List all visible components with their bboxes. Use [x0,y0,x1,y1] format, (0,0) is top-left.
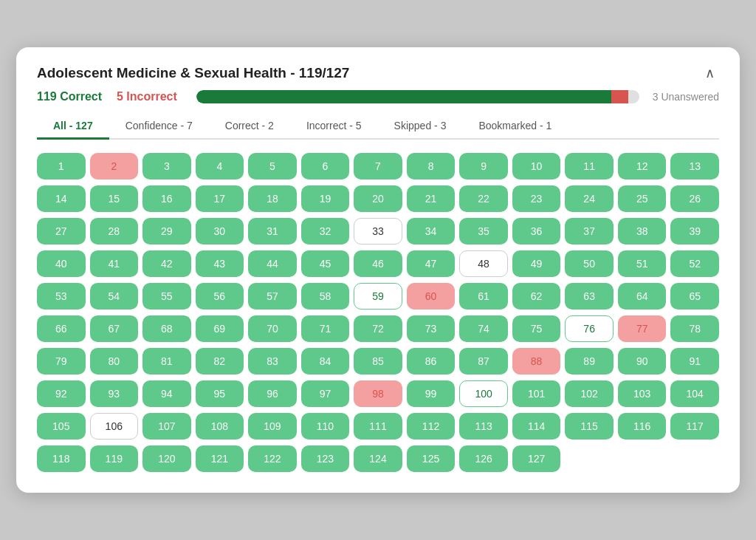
question-101[interactable]: 101 [512,380,561,407]
question-93[interactable]: 93 [90,380,139,407]
question-79[interactable]: 79 [37,348,86,375]
question-115[interactable]: 115 [565,413,614,440]
question-104[interactable]: 104 [670,380,719,407]
question-102[interactable]: 102 [565,380,614,407]
question-7[interactable]: 7 [354,153,402,180]
question-113[interactable]: 113 [459,413,508,440]
question-13[interactable]: 13 [670,153,719,180]
question-23[interactable]: 23 [512,185,561,212]
question-1[interactable]: 1 [37,153,86,180]
question-58[interactable]: 58 [301,283,350,310]
question-74[interactable]: 74 [459,315,508,342]
question-94[interactable]: 94 [142,380,191,407]
question-36[interactable]: 36 [512,218,561,245]
question-22[interactable]: 22 [459,185,508,212]
question-45[interactable]: 45 [301,250,350,277]
question-121[interactable]: 121 [196,445,244,472]
question-41[interactable]: 41 [90,250,139,277]
tab-confidence---7[interactable]: Confidence - 7 [109,114,209,140]
tab-bookmarked---1[interactable]: Bookmarked - 1 [462,114,568,140]
question-67[interactable]: 67 [90,315,139,342]
question-63[interactable]: 63 [565,283,614,310]
question-107[interactable]: 107 [142,413,191,440]
question-65[interactable]: 65 [670,283,719,310]
question-2[interactable]: 2 [90,153,139,180]
question-55[interactable]: 55 [142,283,191,310]
question-117[interactable]: 117 [670,413,719,440]
question-26[interactable]: 26 [670,185,719,212]
question-19[interactable]: 19 [301,185,350,212]
question-14[interactable]: 14 [37,185,86,212]
question-10[interactable]: 10 [512,153,561,180]
question-84[interactable]: 84 [301,348,350,375]
question-24[interactable]: 24 [565,185,614,212]
question-90[interactable]: 90 [618,348,667,375]
question-114[interactable]: 114 [512,413,561,440]
question-99[interactable]: 99 [407,380,456,407]
question-119[interactable]: 119 [90,445,139,472]
question-12[interactable]: 12 [618,153,667,180]
question-59[interactable]: 59 [354,283,402,310]
question-70[interactable]: 70 [248,315,297,342]
question-92[interactable]: 92 [37,380,86,407]
question-116[interactable]: 116 [618,413,667,440]
question-50[interactable]: 50 [565,250,614,277]
question-83[interactable]: 83 [248,348,297,375]
question-8[interactable]: 8 [407,153,456,180]
question-110[interactable]: 110 [301,413,350,440]
question-81[interactable]: 81 [142,348,191,375]
question-98[interactable]: 98 [354,380,402,407]
tab-skipped---3[interactable]: Skipped - 3 [378,114,463,140]
question-71[interactable]: 71 [301,315,350,342]
question-28[interactable]: 28 [90,218,139,245]
question-56[interactable]: 56 [196,283,244,310]
question-100[interactable]: 100 [459,380,508,407]
question-86[interactable]: 86 [407,348,456,375]
question-109[interactable]: 109 [248,413,297,440]
question-123[interactable]: 123 [301,445,350,472]
question-4[interactable]: 4 [196,153,244,180]
question-127[interactable]: 127 [512,445,561,472]
question-27[interactable]: 27 [37,218,86,245]
question-87[interactable]: 87 [459,348,508,375]
question-78[interactable]: 78 [670,315,719,342]
question-112[interactable]: 112 [407,413,456,440]
question-3[interactable]: 3 [142,153,191,180]
question-73[interactable]: 73 [407,315,456,342]
question-105[interactable]: 105 [37,413,86,440]
question-39[interactable]: 39 [670,218,719,245]
question-89[interactable]: 89 [565,348,614,375]
question-15[interactable]: 15 [90,185,139,212]
question-47[interactable]: 47 [407,250,456,277]
question-57[interactable]: 57 [248,283,297,310]
question-77[interactable]: 77 [618,315,667,342]
question-18[interactable]: 18 [248,185,297,212]
question-20[interactable]: 20 [354,185,402,212]
question-29[interactable]: 29 [142,218,191,245]
question-88[interactable]: 88 [512,348,561,375]
question-35[interactable]: 35 [459,218,508,245]
question-120[interactable]: 120 [142,445,191,472]
question-69[interactable]: 69 [196,315,244,342]
question-9[interactable]: 9 [459,153,508,180]
question-44[interactable]: 44 [248,250,297,277]
question-38[interactable]: 38 [618,218,667,245]
question-54[interactable]: 54 [90,283,139,310]
question-95[interactable]: 95 [196,380,244,407]
question-72[interactable]: 72 [354,315,402,342]
question-40[interactable]: 40 [37,250,86,277]
question-31[interactable]: 31 [248,218,297,245]
question-75[interactable]: 75 [512,315,561,342]
question-62[interactable]: 62 [512,283,561,310]
question-126[interactable]: 126 [459,445,508,472]
question-33[interactable]: 33 [354,218,402,245]
question-85[interactable]: 85 [354,348,402,375]
question-32[interactable]: 32 [301,218,350,245]
question-91[interactable]: 91 [670,348,719,375]
question-5[interactable]: 5 [248,153,297,180]
collapse-button[interactable]: ∧ [701,64,719,83]
question-108[interactable]: 108 [196,413,244,440]
question-48[interactable]: 48 [459,250,508,277]
question-106[interactable]: 106 [90,413,139,440]
question-82[interactable]: 82 [196,348,244,375]
